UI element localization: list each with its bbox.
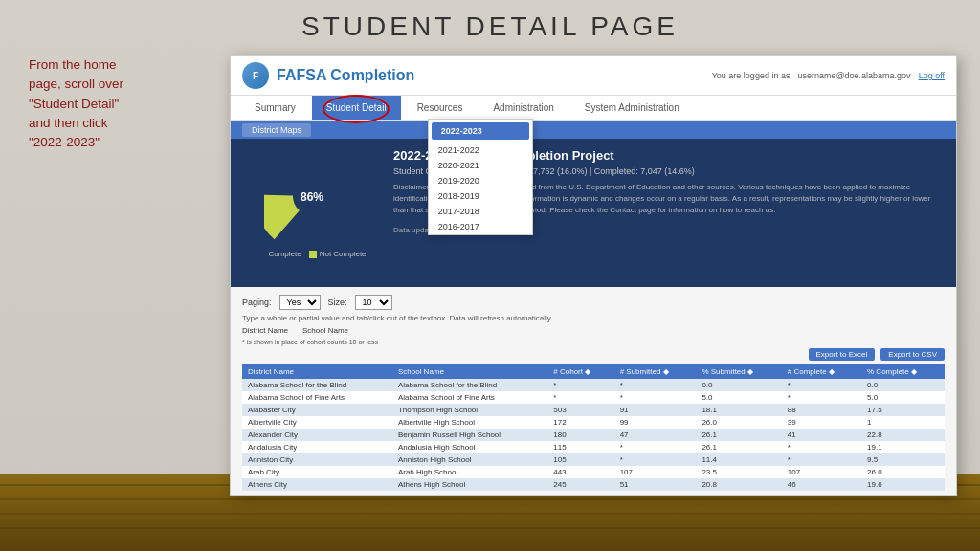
table-cell-1-3: * xyxy=(614,391,697,404)
logged-in-user: username@doe.alabama.gov xyxy=(797,71,910,80)
dropdown-item-2[interactable]: 2019-2020 xyxy=(429,173,532,188)
app-header: F FAFSA Completion You are logged in as … xyxy=(231,56,956,96)
pie-chart-container: 86% Complete Not Complete xyxy=(245,148,379,277)
legend-complete: Complete xyxy=(257,250,301,258)
filter-row: District Name School Name xyxy=(242,326,945,335)
th-district-name: District Name xyxy=(242,364,392,379)
table-cell-2-0: Alabaster City xyxy=(242,404,392,416)
th-pct-complete: % Complete ◆ xyxy=(861,364,945,379)
paging-select[interactable]: Yes No xyxy=(279,295,321,310)
table-cell-2-1: Thompson High School xyxy=(392,404,547,416)
table-row: Arab CityArab High School44310723.510726… xyxy=(242,466,945,478)
table-cell-3-2: 172 xyxy=(547,416,613,429)
nav-resources-label: Resources xyxy=(417,102,463,113)
table-cell-6-6: 9.5 xyxy=(861,453,945,466)
table-row: Alabama School for the BlindAlabama Scho… xyxy=(242,379,945,391)
dropdown-item-5[interactable]: 2016-2017 xyxy=(429,219,532,234)
table-cell-5-1: Andalusia High School xyxy=(392,441,547,453)
table-header-row: District Name School Name # Cohort ◆ # S… xyxy=(242,364,945,379)
table-cell-5-4: 26.1 xyxy=(696,441,781,453)
school-name-filter-label: School Name xyxy=(302,326,348,335)
table-cell-4-5: 41 xyxy=(782,429,861,441)
table-cell-6-4: 11.4 xyxy=(696,453,781,466)
nav-summary-label: Summary xyxy=(255,102,296,113)
pie-chart: 86% xyxy=(264,148,360,244)
paging-label: Paging: xyxy=(242,298,272,307)
table-cell-7-6: 26.0 xyxy=(861,466,945,478)
table-cell-8-2: 245 xyxy=(547,478,613,491)
annotation-line2: page, scroll over xyxy=(29,77,123,91)
table-cell-0-3: * xyxy=(614,379,697,391)
asterisk-note: * is shown in place of cohort counts 10 … xyxy=(242,339,945,345)
table-cell-8-5: 46 xyxy=(782,478,861,491)
chart-legend: Complete Not Complete xyxy=(257,250,366,258)
sub-nav: District Maps xyxy=(231,121,956,139)
table-cell-4-3: 47 xyxy=(614,429,697,441)
table-cell-0-4: 0.0 xyxy=(696,379,781,391)
table-cell-7-2: 443 xyxy=(547,466,613,478)
legend-not-complete-label: Not Complete xyxy=(320,250,367,258)
table-cell-4-0: Alexander City xyxy=(242,429,392,441)
table-cell-8-4: 20.8 xyxy=(696,478,781,491)
page-title: STUDENT DETAIL PAGE xyxy=(0,11,980,42)
table-cell-0-0: Alabama School for the Blind xyxy=(242,379,392,391)
export-excel-button[interactable]: Export to Excel xyxy=(809,348,876,361)
logged-in-label: You are logged in as xyxy=(712,71,791,80)
table-body: Alabama School for the BlindAlabama Scho… xyxy=(242,379,945,491)
dropdown-item-3[interactable]: 2018-2019 xyxy=(429,188,532,204)
table-cell-8-0: Athens City xyxy=(242,478,392,491)
nav-system-admin[interactable]: System Administration xyxy=(570,96,694,120)
th-cohort: # Cohort ◆ xyxy=(547,364,613,379)
screenshot-frame: F FAFSA Completion You are logged in as … xyxy=(230,55,957,496)
legend-not-complete-dot xyxy=(309,251,317,258)
th-complete: # Complete ◆ xyxy=(782,364,861,379)
table-cell-1-0: Alabama School of Fine Arts xyxy=(242,391,392,404)
export-csv-button[interactable]: Export to CSV xyxy=(880,348,945,361)
table-cell-1-2: * xyxy=(547,391,613,404)
nav-administration-label: Administration xyxy=(493,102,553,113)
table-cell-3-0: Albertville City xyxy=(242,416,392,429)
nav-resources[interactable]: Resources xyxy=(403,96,478,120)
sub-nav-district-maps[interactable]: District Maps xyxy=(242,123,311,137)
annotation-text: From the home page, scroll over "Student… xyxy=(29,55,177,152)
nav-student-detail-label: Student Detail xyxy=(326,102,387,113)
nav-summary[interactable]: Summary xyxy=(240,96,310,120)
table-cell-0-5: * xyxy=(782,379,861,391)
table-cell-8-3: 51 xyxy=(614,478,697,491)
dropdown-highlighted-item[interactable]: 2022-2023 xyxy=(432,122,529,140)
table-row: Athens CityAthens High School2455120.846… xyxy=(242,478,945,491)
app-logo: F xyxy=(242,62,269,89)
table-cell-3-6: 1 xyxy=(861,416,945,429)
legend-complete-label: Complete xyxy=(268,250,301,258)
table-cell-2-5: 88 xyxy=(782,404,861,416)
dropdown-item-1[interactable]: 2020-2021 xyxy=(429,158,532,173)
header-right: You are logged in as username@doe.alabam… xyxy=(712,71,945,80)
table-cell-4-2: 180 xyxy=(547,429,613,441)
table-cell-7-0: Arab City xyxy=(242,466,392,478)
th-pct-submitted: % Submitted ◆ xyxy=(696,364,781,379)
table-cell-2-3: 91 xyxy=(614,404,697,416)
table-cell-8-1: Athens High School xyxy=(392,478,547,491)
table-cell-6-1: Anniston High School xyxy=(392,453,547,466)
annotation-line4: and then click xyxy=(29,116,108,130)
legend-not-complete: Not Complete xyxy=(309,250,367,258)
district-name-filter-label: District Name xyxy=(242,326,288,335)
dropdown-item-4[interactable]: 2017-2018 xyxy=(429,204,532,219)
legend-complete-dot xyxy=(257,251,265,258)
hero-section: 86% Complete Not Complete 2022-2023 FAFS… xyxy=(231,139,956,287)
logout-button[interactable]: Log off xyxy=(919,71,945,80)
app-nav: Summary Student Detail 2022-2023 2021-20… xyxy=(231,96,956,121)
dropdown-item-0[interactable]: 2021-2022 xyxy=(429,143,532,158)
table-cell-7-4: 23.5 xyxy=(696,466,781,478)
nav-administration[interactable]: Administration xyxy=(479,96,568,120)
size-select[interactable]: 10 25 50 xyxy=(355,295,392,310)
table-cell-0-2: * xyxy=(547,379,613,391)
table-cell-4-6: 22.8 xyxy=(861,429,945,441)
size-label: Size: xyxy=(328,298,347,307)
table-cell-6-5: * xyxy=(782,453,861,466)
app-title: FAFSA Completion xyxy=(277,67,414,84)
dropdown-menu[interactable]: 2022-2023 2021-2022 2020-2021 2019-2020 … xyxy=(428,119,533,235)
table-cell-5-0: Andalusia City xyxy=(242,441,392,453)
nav-student-detail[interactable]: Student Detail 2022-2023 2021-2022 2020-… xyxy=(312,96,401,120)
table-cell-6-3: * xyxy=(614,453,697,466)
